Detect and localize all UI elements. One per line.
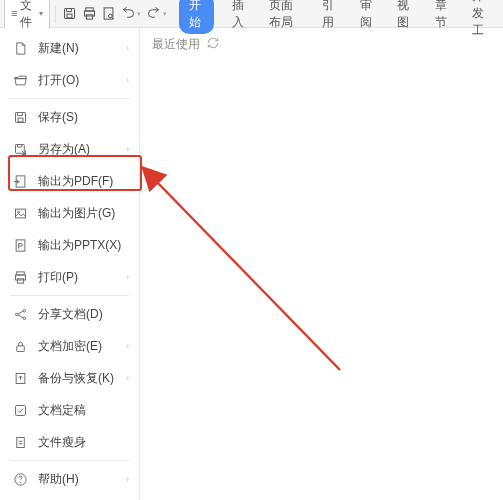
svg-rect-8 xyxy=(18,118,23,122)
compress-icon xyxy=(12,434,28,450)
save-as-icon xyxy=(12,141,28,157)
menu-finalize[interactable]: 文档定稿 xyxy=(0,394,139,426)
undo-dropdown-icon[interactable]: ▾ xyxy=(137,10,141,18)
undo-icon[interactable] xyxy=(120,3,138,25)
chevron-right-icon: › xyxy=(126,373,129,383)
export-pdf-icon: P xyxy=(12,173,28,189)
menu-label: 文档定稿 xyxy=(38,402,129,419)
menu-label: 输出为PDF(F) xyxy=(38,173,129,190)
menu-separator xyxy=(10,295,129,296)
menu-separator xyxy=(10,460,129,461)
menu-label: 帮助(H) xyxy=(38,471,126,488)
top-toolbar: ≡ 文件 ▾ ▾ ▾ 开始 插入 页面布局 引用 审阅 视图 章节 开发工 xyxy=(0,0,503,28)
menu-label: 备份与恢复(K) xyxy=(38,370,126,387)
file-menu-label: 文件 xyxy=(20,0,36,31)
menu-open[interactable]: 打开(O) › xyxy=(0,64,139,96)
svg-point-26 xyxy=(20,482,21,483)
menu-export-image[interactable]: 输出为图片(G) xyxy=(0,197,139,229)
recent-label: 最近使用 xyxy=(152,36,200,53)
menu-label: 输出为PPTX(X) xyxy=(38,237,129,254)
print-icon xyxy=(12,269,28,285)
svg-rect-17 xyxy=(17,278,23,282)
menu-slimming[interactable]: 文件瘦身 xyxy=(0,426,139,458)
redo-dropdown-icon[interactable]: ▾ xyxy=(163,10,167,18)
menu-label: 新建(N) xyxy=(38,40,126,57)
refresh-icon[interactable] xyxy=(206,36,220,50)
lock-icon xyxy=(12,338,28,354)
svg-point-6 xyxy=(109,14,113,18)
menu-print[interactable]: 打印(P) › xyxy=(0,261,139,293)
main-body: 新建(N) › 打开(O) › 保存(S) 另存为(A) › xyxy=(0,28,503,500)
separator xyxy=(55,5,56,23)
export-pptx-icon xyxy=(12,237,28,253)
menu-label: 输出为图片(G) xyxy=(38,205,129,222)
share-icon xyxy=(12,306,28,322)
svg-point-18 xyxy=(15,313,18,316)
menu-label: 保存(S) xyxy=(38,109,129,126)
new-file-icon xyxy=(12,40,28,56)
svg-rect-23 xyxy=(15,405,25,415)
menu-backup-restore[interactable]: 备份与恢复(K) › xyxy=(0,362,139,394)
file-menu-panel: 新建(N) › 打开(O) › 保存(S) 另存为(A) › xyxy=(0,28,140,500)
menu-share[interactable]: 分享文档(D) xyxy=(0,298,139,330)
menu-save[interactable]: 保存(S) xyxy=(0,101,139,133)
menu-help[interactable]: 帮助(H) › xyxy=(0,463,139,495)
menu-export-pdf[interactable]: P 输出为PDF(F) xyxy=(0,165,139,197)
svg-rect-4 xyxy=(86,15,92,19)
checkmark-icon xyxy=(12,402,28,418)
svg-point-19 xyxy=(23,309,26,312)
chevron-right-icon: › xyxy=(126,474,129,484)
export-image-icon xyxy=(12,205,28,221)
folder-open-icon xyxy=(12,72,28,88)
hamburger-icon: ≡ xyxy=(11,8,17,19)
menu-label: 分享文档(D) xyxy=(38,306,129,323)
menu-export-pptx[interactable]: 输出为PPTX(X) xyxy=(0,229,139,261)
chevron-right-icon: › xyxy=(126,144,129,154)
menu-label: 另存为(A) xyxy=(38,141,126,158)
save-icon[interactable] xyxy=(61,3,79,25)
recent-panel: 最近使用 xyxy=(140,28,503,500)
save-icon xyxy=(12,109,28,125)
help-icon xyxy=(12,471,28,487)
redo-icon[interactable] xyxy=(145,3,163,25)
menu-separator xyxy=(10,98,129,99)
backup-icon xyxy=(12,370,28,386)
print-preview-icon[interactable] xyxy=(100,3,118,25)
menu-save-as[interactable]: 另存为(A) › xyxy=(0,133,139,165)
menu-label: 文件瘦身 xyxy=(38,434,129,451)
print-icon[interactable] xyxy=(81,3,99,25)
svg-rect-21 xyxy=(16,345,24,351)
chevron-right-icon: › xyxy=(126,43,129,53)
menu-label: 文档加密(E) xyxy=(38,338,126,355)
chevron-right-icon: › xyxy=(126,75,129,85)
svg-rect-14 xyxy=(16,239,25,250)
svg-rect-1 xyxy=(67,14,72,18)
chevron-right-icon: › xyxy=(126,272,129,282)
svg-rect-24 xyxy=(16,437,24,447)
svg-rect-12 xyxy=(15,209,25,218)
menu-label: 打开(O) xyxy=(38,72,126,89)
chevron-down-icon: ▾ xyxy=(39,9,43,18)
menu-encrypt[interactable]: 文档加密(E) › xyxy=(0,330,139,362)
menu-new[interactable]: 新建(N) › xyxy=(0,32,139,64)
chevron-right-icon: › xyxy=(126,341,129,351)
menu-label: 打印(P) xyxy=(38,269,126,286)
svg-point-20 xyxy=(23,317,26,320)
